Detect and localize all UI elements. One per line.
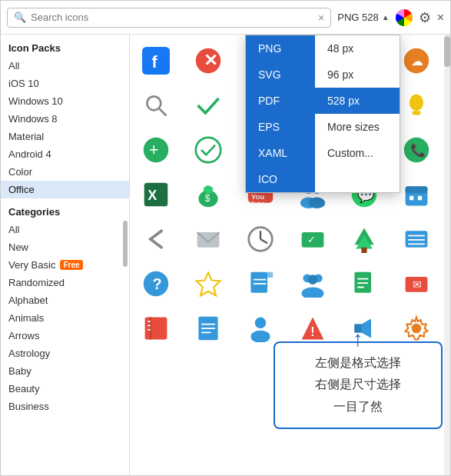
sidebar-item-cat-business[interactable]: Business [1, 398, 129, 415]
icon-check-circle[interactable] [187, 128, 230, 171]
size-96[interactable]: 96 px [315, 62, 400, 88]
sidebar-item-all[interactable]: All [1, 57, 129, 75]
search-input[interactable]: Search icons [31, 12, 313, 23]
icon-packs-title: Icon Packs [1, 35, 129, 57]
svg-text:f: f [152, 52, 158, 72]
settings-icon[interactable]: ⚙ [419, 9, 431, 26]
icon-placeholder3[interactable]: ☁ [395, 39, 438, 82]
svg-text:$: $ [204, 193, 210, 204]
icons-scrollbar[interactable] [444, 35, 450, 475]
icon-placeholder6[interactable]: ✓ [291, 218, 334, 261]
search-clear-button[interactable]: × [318, 12, 324, 24]
icon-star-outline[interactable] [187, 262, 230, 305]
svg-rect-75 [357, 278, 368, 280]
size-48[interactable]: 48 px [315, 35, 400, 62]
window-close-button[interactable]: × [437, 11, 444, 25]
annotation-box: ↑ 左侧是格式选择 右侧是尺寸选择 一目了然 [274, 341, 443, 429]
size-more[interactable]: More sizes [315, 114, 400, 140]
size-528[interactable]: 528 px [315, 88, 400, 114]
icon-phone-green[interactable]: 📞 [395, 128, 438, 171]
sidebar-item-office[interactable]: Office [1, 181, 129, 198]
sidebar-item-cat-alphabet[interactable]: Alphabet [1, 291, 129, 309]
icon-envelope[interactable] [187, 218, 230, 261]
format-dropdown: PNG SVG PDF EPS XAML ICO 48 px 96 px 528… [245, 35, 400, 193]
svg-rect-57 [362, 248, 367, 253]
svg-text:Tube: Tube [250, 200, 265, 207]
color-picker-button[interactable] [396, 9, 413, 26]
annotation-line2: 右侧是尺寸选择 [287, 374, 429, 396]
svg-point-73 [301, 288, 323, 298]
icon-add-circle[interactable]: + [134, 128, 177, 171]
format-png[interactable]: PNG [246, 35, 315, 62]
icon-money-bag[interactable]: $ [187, 173, 230, 216]
svg-point-90 [250, 331, 270, 342]
icon-tree[interactable] [343, 218, 386, 261]
sidebar-item-android4[interactable]: Android 4 [1, 145, 129, 163]
app-window: 🔍 Search icons × PNG 528 ▲ ⚙ × Icon Pack… [0, 0, 451, 476]
sidebar-item-cat-randomized[interactable]: Randomized [1, 274, 129, 291]
svg-text:!: ! [310, 325, 314, 338]
sidebar-item-color[interactable]: Color [1, 163, 129, 181]
sidebar-item-cat-new[interactable]: New [1, 238, 129, 256]
icon-excel[interactable]: X [134, 173, 177, 216]
icon-doc-blue2[interactable] [187, 307, 230, 350]
svg-point-19 [410, 95, 423, 112]
svg-point-42 [308, 198, 325, 208]
sidebar-item-cat-baby[interactable]: Baby [1, 362, 129, 380]
sidebar-item-cat-arrows[interactable]: Arrows [1, 327, 129, 345]
main-content: Icon Packs All iOS 10 Windows 10 Windows… [1, 35, 450, 475]
icon-list-blue[interactable] [395, 218, 438, 261]
size-custom[interactable]: Custom... [315, 140, 400, 166]
format-badge[interactable]: PNG 528 ▲ [337, 12, 389, 23]
icon-clock[interactable] [239, 218, 282, 261]
sidebar-item-ios10[interactable]: iOS 10 [1, 75, 129, 92]
title-bar: 🔍 Search icons × PNG 528 ▲ ⚙ × [1, 1, 450, 35]
svg-line-13 [159, 108, 167, 116]
icon-book-red[interactable] [134, 307, 177, 350]
icon-question[interactable]: ? [134, 262, 177, 305]
svg-point-95 [412, 324, 422, 334]
svg-text:📞: 📞 [410, 142, 426, 158]
sidebar-item-cat-astrology[interactable]: Astrology [1, 345, 129, 362]
svg-rect-76 [357, 282, 368, 284]
icon-search[interactable] [134, 84, 177, 127]
svg-rect-47 [410, 196, 413, 200]
format-ico[interactable]: ICO [246, 166, 315, 192]
format-eps[interactable]: EPS [246, 114, 315, 140]
annotation-line3: 一目了然 [287, 396, 429, 418]
format-svg[interactable]: SVG [246, 62, 315, 88]
svg-text:?: ? [153, 275, 162, 292]
search-box[interactable]: 🔍 Search icons × [7, 8, 331, 28]
sidebar-item-cat-beauty[interactable]: Beauty [1, 380, 129, 398]
icon-bulb-yellow[interactable] [395, 84, 438, 127]
icon-facebook[interactable]: f [134, 39, 177, 82]
svg-rect-46 [406, 186, 428, 193]
scrollbar-thumb[interactable] [444, 36, 450, 67]
sidebar-item-win10[interactable]: Windows 10 [1, 92, 129, 110]
svg-rect-77 [357, 287, 364, 288]
format-arrow-icon: ▲ [382, 13, 390, 22]
sidebar-item-cat-all[interactable]: All [1, 221, 129, 238]
icon-doc2[interactable] [343, 262, 386, 305]
icon-check-green[interactable] [187, 84, 230, 127]
icon-doc-blue[interactable] [239, 262, 282, 305]
sidebar-item-material[interactable]: Material [1, 128, 129, 145]
icon-back[interactable] [134, 218, 177, 261]
sidebar-item-cat-verybasic[interactable]: Very Basic Free [1, 256, 129, 274]
sidebar-item-cat-animals[interactable]: Animals [1, 309, 129, 327]
svg-text:+: + [149, 140, 159, 159]
svg-point-89 [254, 318, 265, 328]
search-icon: 🔍 [14, 12, 26, 23]
icon-placeholder7[interactable]: ✉ [395, 262, 438, 305]
icon-calendar-blue[interactable] [395, 173, 438, 216]
categories-scrollbar[interactable] [123, 221, 128, 267]
categories-title: Categories [1, 198, 129, 221]
icon-people2[interactable] [291, 262, 334, 305]
sidebar-item-win8[interactable]: Windows 8 [1, 110, 129, 128]
icons-area: f ✕ 🐦 ⌂ ✉ ☁ [130, 35, 450, 475]
format-pdf[interactable]: PDF [246, 88, 315, 114]
icon-error[interactable]: ✕ [187, 39, 230, 82]
title-bar-right: PNG 528 ▲ ⚙ × [337, 9, 444, 26]
svg-text:✕: ✕ [204, 51, 217, 70]
format-xaml[interactable]: XAML [246, 140, 315, 166]
